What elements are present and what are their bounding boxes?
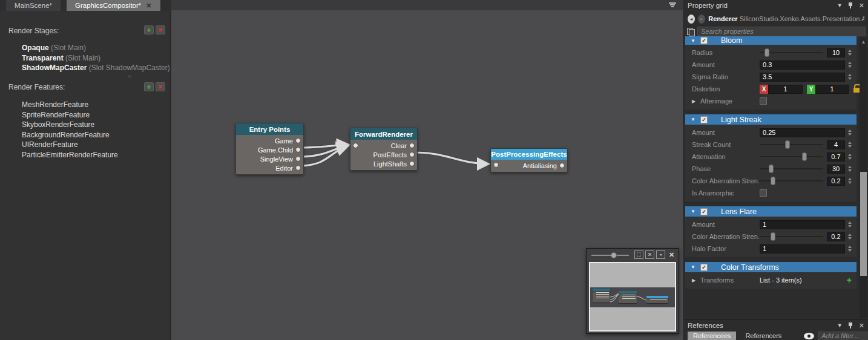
spinner[interactable] (846, 73, 853, 82)
scroll-up-arrow[interactable]: ▲ (860, 39, 867, 45)
render-feature-skybox[interactable]: SkyboxRenderFeature (22, 120, 94, 129)
slider-thumb[interactable] (771, 177, 775, 185)
attenuation-value[interactable]: 0.7 (827, 152, 845, 162)
render-feature-ui[interactable]: UIRenderFeature (22, 140, 78, 149)
fit-view-icon[interactable]: ⛶ (634, 250, 643, 259)
slider-thumb[interactable] (785, 140, 790, 149)
port-posteffects[interactable] (409, 152, 415, 157)
references-filter-input[interactable] (818, 332, 868, 340)
property-grid-scrollbar[interactable]: ▲ (860, 38, 867, 318)
tab-referencers[interactable]: Referencers (740, 332, 787, 340)
panel-menu-icon[interactable]: ▼ (837, 2, 843, 8)
color-aberration-slider[interactable] (760, 232, 823, 241)
expander-icon[interactable]: ▶ (692, 99, 700, 104)
delete-render-stage-button[interactable]: ✕ (156, 25, 165, 34)
spinner[interactable] (846, 232, 853, 241)
color-transforms-enabled-checkbox[interactable]: ✓ (700, 264, 708, 271)
spinner[interactable] (846, 152, 853, 162)
spinner[interactable] (846, 244, 853, 253)
spinner[interactable] (846, 220, 853, 229)
section-header-color-transforms[interactable]: ▼ ✓ Color Transforms (685, 262, 856, 272)
amount-value[interactable]: 0.25 (760, 128, 845, 137)
port-editor[interactable] (295, 165, 301, 171)
spinner[interactable] (846, 165, 853, 174)
delete-render-feature-button[interactable]: ✕ (156, 82, 165, 91)
spinner[interactable] (846, 48, 853, 57)
section-header-lens-flare[interactable]: ▼ ✓ Lens Flare (685, 206, 856, 217)
port-input[interactable] (493, 162, 499, 168)
tab-close-icon[interactable]: ✕ (146, 2, 151, 10)
node-title[interactable]: Entry Points (236, 123, 303, 135)
port-clear[interactable] (409, 143, 415, 148)
collapse-arrow-icon[interactable]: ▼ (691, 117, 697, 122)
port-input[interactable] (353, 143, 358, 148)
port-game-child[interactable] (295, 147, 301, 152)
render-stage-shadowmapcaster[interactable]: ShadowMapCaster (Slot ShadowMapCaster) (22, 64, 170, 72)
nav-back-button[interactable]: ◄ (688, 15, 695, 24)
panel-close-icon[interactable]: ✕ (859, 322, 864, 330)
node-title[interactable]: ForwardRenderer (350, 128, 417, 140)
tab-referencees[interactable]: Referencees (688, 332, 736, 340)
spinner[interactable] (846, 128, 853, 137)
sigma-ratio-value[interactable]: 3.5 (760, 73, 845, 82)
graph-sort-menu-icon[interactable] (668, 2, 677, 8)
node-forward-renderer[interactable]: ForwardRenderer Clear PostEffects LightS… (350, 128, 418, 171)
afterimage-enabled-checkbox[interactable] (760, 97, 767, 105)
collapse-arrow-icon[interactable]: ▼ (691, 38, 697, 44)
scrollbar-thumb[interactable] (860, 172, 867, 276)
tab-main-scene[interactable]: MainScene* (6, 0, 61, 11)
section-header-bloom[interactable]: ▼ ✓ Bloom (685, 36, 856, 45)
port-antialiasing[interactable] (559, 163, 565, 168)
attenuation-slider[interactable] (760, 152, 823, 161)
expand-view-icon[interactable]: ✕ (645, 250, 654, 259)
splitter-grip[interactable] (128, 75, 131, 78)
render-feature-sprite[interactable]: SpriteRenderFeature (22, 111, 90, 119)
zoom-slider-thumb[interactable] (611, 252, 617, 258)
nav-forward-button[interactable]: ► (698, 15, 705, 24)
spinner[interactable] (846, 177, 853, 186)
eye-icon[interactable] (804, 333, 814, 339)
phase-slider[interactable] (760, 165, 823, 173)
render-feature-background[interactable]: BackgroundRenderFeature (22, 131, 110, 139)
slider-thumb[interactable] (769, 165, 774, 173)
slider-thumb[interactable] (771, 232, 775, 241)
render-feature-mesh[interactable]: MeshRenderFeature (22, 100, 88, 109)
spinner[interactable] (846, 140, 853, 149)
node-postprocessing-effects[interactable]: PostProcessingEffects Antialiasing (490, 148, 568, 172)
radius-value[interactable]: 10 (827, 48, 845, 57)
add-render-stage-button[interactable]: + (144, 25, 154, 34)
minimap-viewport[interactable] (589, 262, 676, 332)
node-title[interactable]: PostProcessingEffects (491, 149, 567, 160)
color-aberration-value[interactable]: 0.2 (827, 177, 845, 186)
graph-minimap[interactable]: ⛶ ✕ ▪ ✕ (586, 248, 679, 334)
distortion-y-value[interactable]: 1 (815, 85, 849, 94)
bloom-enabled-checkbox[interactable]: ✓ (700, 37, 708, 44)
color-aberration-slider[interactable] (760, 177, 823, 185)
radius-slider[interactable] (760, 48, 823, 57)
section-header-light-streak[interactable]: ▼ ✓ Light Streak (685, 114, 856, 125)
streak-count-value[interactable]: 4 (827, 140, 845, 149)
slider-thumb[interactable] (764, 48, 769, 57)
pin-icon[interactable] (848, 2, 853, 9)
minimap-close-icon[interactable]: ✕ (667, 250, 676, 259)
panel-menu-icon[interactable]: ▼ (837, 322, 843, 329)
lens-flare-enabled-checkbox[interactable]: ✓ (700, 208, 708, 215)
pin-icon[interactable] (848, 322, 853, 329)
halo-factor-value[interactable]: 1 (760, 244, 845, 253)
spinner[interactable] (846, 60, 853, 70)
render-feature-particle-emitter[interactable]: ParticleEmitterRenderFeature (22, 151, 118, 159)
add-transform-button[interactable]: + (847, 275, 852, 285)
streak-count-slider[interactable] (760, 140, 823, 149)
render-stage-transparent[interactable]: Transparent (Slot Main) (22, 54, 100, 62)
tab-graphics-compositor[interactable]: GraphicsCompositor* ✕ (67, 0, 160, 11)
add-render-feature-button[interactable]: + (144, 82, 154, 91)
node-entry-points[interactable]: Entry Points Game Game.Child SingleView … (235, 123, 304, 175)
render-stage-opaque[interactable]: Opaque (Slot Main) (22, 44, 86, 52)
minimap-zoom-slider[interactable] (591, 255, 629, 256)
port-game[interactable] (295, 138, 301, 143)
port-singleview[interactable] (295, 156, 301, 162)
amount-value[interactable]: 0.3 (760, 60, 845, 70)
node-graph-canvas[interactable]: Entry Points Game Game.Child SingleView … (171, 0, 683, 340)
phase-value[interactable]: 30 (827, 165, 845, 174)
color-aberration-value[interactable]: 0.2 (827, 232, 845, 241)
